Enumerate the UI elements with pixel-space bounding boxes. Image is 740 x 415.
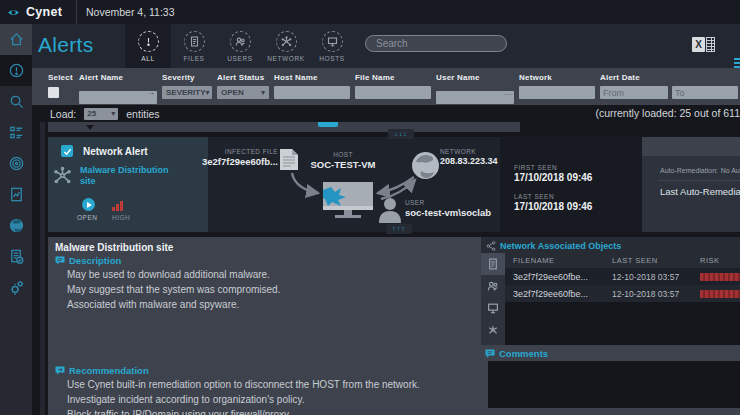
recommendation-line: Investigate incident according to organi… — [67, 394, 304, 405]
description-line: Associated with malware and spyware. — [67, 299, 239, 310]
last-auto-remediation-action[interactable]: Last Auto-Remediation Action — [660, 186, 740, 197]
files-icon — [189, 36, 200, 47]
object-type-network[interactable] — [481, 319, 505, 341]
divider — [658, 180, 740, 181]
host-name-filter-input[interactable] — [274, 86, 350, 99]
severity-high-icon — [112, 201, 123, 211]
description-line: May suggest that the system was compromi… — [67, 284, 280, 295]
topbar-datetime: November 4, 11:33 — [86, 6, 175, 18]
alert-name-filter-input[interactable] — [79, 91, 157, 104]
remediation-toolbar — [642, 137, 740, 156]
tab-network[interactable]: NETWORK — [263, 24, 309, 68]
scrollbar-track[interactable] — [40, 122, 45, 415]
recommendation-line: Block traffic to IP/Domain using your fi… — [67, 409, 289, 415]
object-type-users[interactable] — [481, 275, 505, 297]
table-row[interactable]: 3e2f7f29ee60fbe... 12-10-2018 03:57 — [505, 285, 740, 302]
alert-type-label: Network Alert — [83, 146, 148, 157]
alert-checkbox[interactable] — [61, 145, 73, 157]
alert-status-select[interactable]: OPEN ▾ — [217, 86, 269, 99]
filename-cell: 3e2f7f29ee60fbe... — [513, 272, 612, 282]
last-seen-label: LAST SEEN — [514, 193, 554, 200]
expander-handle[interactable] — [318, 122, 338, 127]
search-icon — [8, 93, 25, 110]
file-icon — [487, 258, 499, 270]
infected-file-label: INFECTED FILE — [188, 148, 278, 155]
sidebar-item-target[interactable] — [0, 148, 32, 179]
user-name-filter-input[interactable] — [436, 91, 514, 104]
host-value[interactable]: SOC-TEST-VM — [310, 159, 376, 170]
sidebar-item-search[interactable] — [0, 86, 32, 117]
filter-bar: Select Alert Name → Severity SEVERITY ▾ … — [32, 68, 740, 105]
tab-hosts[interactable]: HOSTS — [309, 24, 355, 68]
user-name-label: User Name — [436, 73, 514, 82]
sidebar-item-reports[interactable] — [0, 179, 32, 210]
description-header: Description — [55, 255, 121, 266]
collapsed-row-strip[interactable] — [48, 122, 520, 132]
search-input[interactable] — [365, 35, 507, 52]
alert-card[interactable]: Network Alert Malware Distribution site … — [48, 137, 740, 232]
select-all-checkbox[interactable] — [48, 87, 59, 98]
network-alert-icon — [53, 166, 72, 189]
tab-all[interactable]: ALL — [125, 24, 171, 68]
object-type-files[interactable] — [481, 253, 505, 275]
alert-summary-panel: Network Alert Malware Distribution site … — [48, 137, 208, 232]
associated-objects-header: Network Associated Objects — [486, 241, 621, 251]
network-label: Network — [519, 73, 595, 82]
host-label: HOST — [310, 151, 376, 158]
sidebar-item-checklist[interactable] — [0, 117, 32, 148]
column-filename: FILENAME — [513, 256, 612, 265]
user-value[interactable]: soc-test-vm\soclab — [405, 207, 491, 218]
auto-remediation-label: Auto-Remediation: — [660, 167, 718, 174]
user-name-more-icon[interactable]: … — [504, 87, 512, 98]
topbar-separator — [76, 0, 77, 24]
network-label: NETWORK — [440, 148, 498, 155]
sidebar-item-document-check[interactable] — [0, 241, 32, 272]
last-seen-cell: 12-10-2018 03:57 — [612, 289, 700, 299]
last-seen-cell: 12-10-2018 03:57 — [612, 272, 700, 282]
comments-box[interactable] — [488, 361, 740, 408]
target-icon — [8, 155, 25, 172]
scroll-down-button[interactable]: ↓↓↓ — [388, 129, 414, 139]
column-risk: RISK — [700, 256, 740, 265]
host-name-label: Host Name — [274, 73, 350, 82]
infected-file-value[interactable]: 3e2f7f29ee60fb... — [188, 156, 278, 167]
status-open-icon[interactable] — [82, 198, 95, 211]
network-filter-input[interactable] — [519, 86, 595, 99]
date-from-input[interactable] — [600, 86, 668, 99]
sidebar-item-alerts[interactable] — [0, 55, 32, 86]
sidebar-item-globe[interactable] — [0, 210, 32, 241]
tab-users[interactable]: USERS — [217, 24, 263, 68]
table-row[interactable]: 3e2f7f29ee60fbe... 12-10-2018 03:57 — [505, 268, 740, 285]
alert-date-label: Alert Date — [600, 73, 738, 82]
network-ip-value[interactable]: 208.83.223.34 — [440, 156, 498, 166]
network-block: NETWORK 208.83.223.34 — [440, 148, 498, 166]
description-bubble-icon — [55, 256, 65, 266]
report-chart-icon — [8, 186, 25, 203]
sidebar-item-home[interactable] — [0, 24, 32, 55]
status-open-label: OPEN — [77, 214, 97, 221]
load-count-select[interactable]: 25 ▾ — [84, 108, 118, 120]
recommendation-line: Use Cynet built-in remediation option to… — [67, 379, 420, 390]
export-excel-button[interactable]: X — [692, 37, 715, 52]
share-nodes-icon — [486, 241, 496, 251]
brand[interactable]: Cynet — [0, 5, 67, 19]
object-type-hosts[interactable] — [481, 297, 505, 319]
alert-name-link[interactable]: Malware Distribution site — [80, 165, 170, 187]
description-line: May be used to download additional malwa… — [67, 269, 270, 280]
column-last-seen: LAST SEEN — [612, 256, 700, 265]
alert-name-filter-icon[interactable]: → — [147, 87, 155, 98]
sidebar-item-settings[interactable] — [0, 272, 32, 303]
file-name-filter-input[interactable] — [355, 86, 431, 99]
topbar: Cynet November 4, 11:33 — [0, 0, 740, 24]
scroll-up-button[interactable]: ↑↑↑ — [386, 224, 412, 234]
tab-files[interactable]: FILES — [171, 24, 217, 68]
first-seen-value: 17/10/2018 09:46 — [514, 172, 592, 183]
alert-status-label: Alert Status — [217, 73, 269, 82]
alert-details-panel: Malware Distribution site Description Ma… — [48, 237, 481, 415]
severity-select[interactable]: SEVERITY ▾ — [162, 86, 212, 99]
network-icon — [487, 324, 499, 336]
first-seen-label: FIRST SEEN — [514, 164, 557, 171]
chevron-down-icon: ▾ — [261, 88, 265, 97]
hosts-icon — [327, 36, 338, 47]
date-to-input[interactable] — [672, 86, 738, 99]
